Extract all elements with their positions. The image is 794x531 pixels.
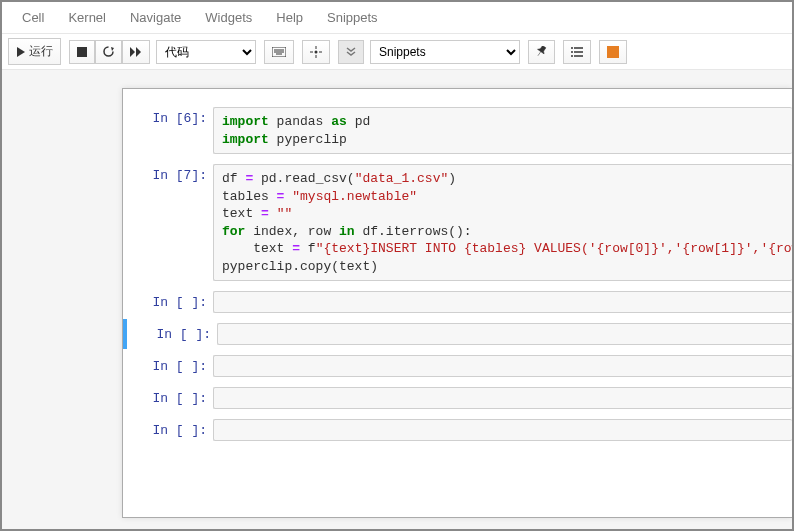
cell-input[interactable] (213, 355, 792, 377)
menu-widgets[interactable]: Widgets (193, 6, 264, 29)
cell-input[interactable]: import pandas as pd import pyperclip (213, 107, 792, 154)
svg-marker-2 (111, 47, 114, 51)
menu-navigate[interactable]: Navigate (118, 6, 193, 29)
cell-prompt: In [ ]: (127, 323, 217, 345)
keyboard-icon (272, 47, 286, 57)
cell-input[interactable]: df = pd.read_csv("data_1.csv") tables = … (213, 164, 792, 281)
notebook-area: In [6]:import pandas as pd import pyperc… (2, 70, 792, 531)
restart-run-all-button[interactable] (122, 40, 150, 64)
pin-icon (536, 46, 547, 57)
play-icon (16, 47, 26, 57)
code-cell[interactable]: In [6]:import pandas as pd import pyperc… (123, 103, 792, 158)
svg-marker-3 (130, 47, 135, 57)
cell-input[interactable] (213, 419, 792, 441)
nbextension-button-2[interactable] (338, 40, 364, 64)
svg-marker-4 (136, 47, 141, 57)
restart-button[interactable] (95, 40, 122, 64)
list-icon (571, 47, 583, 57)
orange-button[interactable] (599, 40, 627, 64)
code-cell[interactable]: In [ ]: (123, 351, 792, 381)
svg-marker-0 (17, 47, 25, 57)
run-label: 运行 (29, 43, 53, 60)
menu-cell[interactable]: Cell (10, 6, 56, 29)
pin-button[interactable] (528, 40, 555, 64)
fast-forward-icon (130, 47, 142, 57)
code-cell[interactable]: In [ ]: (123, 415, 792, 445)
svg-point-17 (571, 51, 573, 53)
orange-square-icon (607, 46, 619, 58)
cell-input[interactable] (217, 323, 792, 345)
menu-help[interactable]: Help (264, 6, 315, 29)
menu-snippets[interactable]: Snippets (315, 6, 390, 29)
target-icon (310, 46, 322, 58)
cell-prompt: In [ ]: (123, 291, 213, 313)
menubar: Cell Kernel Navigate Widgets Help Snippe… (2, 2, 792, 34)
notebook: In [6]:import pandas as pd import pyperc… (122, 88, 792, 518)
cell-prompt: In [ ]: (123, 419, 213, 441)
code-cell[interactable]: In [7]:df = pd.read_csv("data_1.csv") ta… (123, 160, 792, 285)
cell-prompt: In [ ]: (123, 387, 213, 409)
celltype-select[interactable]: 代码 (156, 40, 256, 64)
menu-kernel[interactable]: Kernel (56, 6, 118, 29)
toolbar: 运行 代码 (2, 34, 792, 70)
cell-prompt: In [ ]: (123, 355, 213, 377)
snippets-select[interactable]: Snippets (370, 40, 520, 64)
list-button[interactable] (563, 40, 591, 64)
refresh-icon (103, 46, 114, 57)
run-button[interactable]: 运行 (8, 38, 61, 65)
cell-prompt: In [7]: (123, 164, 213, 281)
code-cell[interactable]: In [ ]: (123, 383, 792, 413)
svg-point-9 (315, 50, 318, 53)
code-cell[interactable]: In [ ]: (123, 319, 792, 349)
chevron-down-double-icon (346, 47, 356, 57)
cell-input[interactable] (213, 387, 792, 409)
svg-point-19 (571, 55, 573, 57)
interrupt-button[interactable] (69, 40, 95, 64)
svg-rect-1 (77, 47, 87, 57)
nbextension-button-1[interactable] (302, 40, 330, 64)
stop-icon (77, 47, 87, 57)
cell-prompt: In [6]: (123, 107, 213, 154)
cell-input[interactable] (213, 291, 792, 313)
command-palette-button[interactable] (264, 40, 294, 64)
svg-point-15 (571, 47, 573, 49)
code-cell[interactable]: In [ ]: (123, 287, 792, 317)
